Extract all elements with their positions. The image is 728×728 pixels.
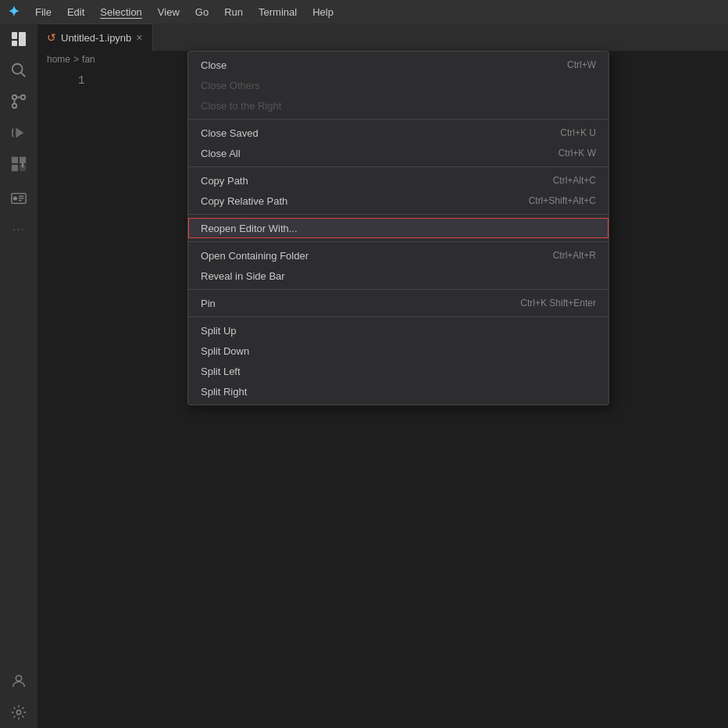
tab-loading-icon: ↺ <box>47 31 56 44</box>
menu-item-close-saved-shortcut: Ctrl+K U <box>560 127 596 138</box>
menu-item-split-up[interactable]: Split Up <box>188 320 608 341</box>
tab-close-button[interactable]: × <box>136 31 142 44</box>
menu-item-open-folder-shortcut: Ctrl+Alt+R <box>553 250 596 261</box>
svg-point-3 <box>12 64 23 74</box>
sidebar-icon-ellipsis[interactable]: ··· <box>9 220 28 239</box>
menu-terminal[interactable]: Terminal <box>252 5 303 20</box>
menu-item-close[interactable]: Close Ctrl+W <box>188 55 608 75</box>
separator-4 <box>188 241 608 242</box>
sidebar-icon-remote[interactable] <box>9 189 28 208</box>
menu-item-pin[interactable]: Pin Ctrl+K Shift+Enter <box>188 293 608 313</box>
breadcrumb-sep1: > <box>73 54 79 65</box>
svg-point-20 <box>16 710 21 715</box>
svg-marker-8 <box>16 128 23 138</box>
menu-item-close-shortcut: Ctrl+W <box>567 59 596 70</box>
menu-help[interactable]: Help <box>306 5 340 20</box>
sidebar-icon-settings[interactable] <box>9 703 28 722</box>
sidebar-icon-extensions[interactable] <box>9 155 28 173</box>
menu-file[interactable]: File <box>29 5 58 20</box>
menu-item-close-all[interactable]: Close All Ctrl+K W <box>188 143 608 163</box>
svg-point-7 <box>12 104 17 109</box>
menu-item-open-folder-label: Open Containing Folder <box>201 250 309 262</box>
menu-item-reopen-editor-label: Reopen Editor With... <box>201 223 298 234</box>
editor-tab[interactable]: ↺ Untitled-1.ipynb × <box>37 23 153 51</box>
menu-run[interactable]: Run <box>218 5 249 20</box>
sidebar-icon-search[interactable] <box>9 61 28 80</box>
sidebar-icon-account[interactable] <box>9 672 28 691</box>
menu-item-reveal-sidebar[interactable]: Reveal in Side Bar <box>188 266 608 286</box>
menu-item-close-all-label: Close All <box>201 148 241 159</box>
svg-rect-2 <box>12 41 17 46</box>
menu-item-close-others-label: Close Others <box>201 80 260 91</box>
menu-selection[interactable]: Selection <box>94 5 148 20</box>
menu-item-reopen-editor[interactable]: Reopen Editor With... <box>188 218 608 238</box>
menu-item-close-others: Close Others <box>188 75 608 95</box>
menu-item-split-up-label: Split Up <box>201 325 237 337</box>
menu-item-copy-path[interactable]: Copy Path Ctrl+Alt+C <box>188 170 608 191</box>
svg-rect-9 <box>12 157 18 163</box>
menu-item-reveal-sidebar-label: Reveal in Side Bar <box>201 270 285 282</box>
menu-bar: ✦ File Edit Selection View Go Run Termin… <box>0 0 728 23</box>
menu-item-split-left[interactable]: Split Left <box>188 361 608 381</box>
svg-point-19 <box>16 676 21 681</box>
menu-edit[interactable]: Edit <box>61 5 91 20</box>
svg-rect-0 <box>12 32 17 39</box>
separator-5 <box>188 289 608 290</box>
svg-point-15 <box>14 197 17 200</box>
separator-1 <box>188 119 608 120</box>
menu-item-open-folder[interactable]: Open Containing Folder Ctrl+Alt+R <box>188 245 608 266</box>
svg-rect-1 <box>19 32 26 46</box>
menu-view[interactable]: View <box>152 5 186 20</box>
menu-item-close-all-shortcut: Ctrl+K W <box>558 148 596 159</box>
svg-rect-11 <box>12 165 18 171</box>
svg-rect-13 <box>22 162 24 167</box>
menu-item-pin-label: Pin <box>201 298 216 309</box>
menu-item-copy-path-shortcut: Ctrl+Alt+C <box>553 175 596 186</box>
menu-item-close-label: Close <box>201 59 227 71</box>
breadcrumb-fan[interactable]: fan <box>82 54 95 65</box>
menu-item-split-right[interactable]: Split Right <box>188 381 608 401</box>
menu-item-copy-relative-path-shortcut: Ctrl+Shift+Alt+C <box>529 195 596 206</box>
tab-bar: ↺ Untitled-1.ipynb × <box>37 23 728 51</box>
svg-point-6 <box>21 95 26 100</box>
tab-title: Untitled-1.ipynb <box>61 32 131 44</box>
menu-item-pin-shortcut: Ctrl+K Shift+Enter <box>520 298 596 309</box>
menu-item-split-down[interactable]: Split Down <box>188 341 608 361</box>
menu-item-close-saved[interactable]: Close Saved Ctrl+K U <box>188 123 608 143</box>
sidebar-icon-source-control[interactable] <box>9 92 28 111</box>
sidebar-icon-run-debug[interactable] <box>9 123 28 142</box>
vscode-logo-icon: ✦ <box>8 3 20 20</box>
sidebar-bottom-actions <box>9 672 28 722</box>
menu-go[interactable]: Go <box>189 5 215 20</box>
line-number-1: 1 <box>78 74 84 87</box>
separator-3 <box>188 214 608 215</box>
menu-item-copy-path-label: Copy Path <box>201 175 248 187</box>
menu-item-split-right-label: Split Right <box>201 386 247 398</box>
context-menu: Close Ctrl+W Close Others Close to the R… <box>187 51 609 405</box>
menu-item-copy-relative-path[interactable]: Copy Relative Path Ctrl+Shift+Alt+C <box>188 191 608 211</box>
menu-item-close-right: Close to the Right <box>188 95 608 116</box>
breadcrumb-home[interactable]: home <box>47 54 70 65</box>
separator-6 <box>188 316 608 317</box>
sidebar-icon-explorer[interactable] <box>9 30 28 48</box>
menu-item-copy-relative-path-label: Copy Relative Path <box>201 195 287 207</box>
svg-line-4 <box>21 73 26 77</box>
menu-item-split-left-label: Split Left <box>201 366 241 377</box>
menu-item-split-down-label: Split Down <box>201 345 249 357</box>
menu-item-close-saved-label: Close Saved <box>201 127 259 139</box>
svg-rect-10 <box>20 157 26 163</box>
svg-point-5 <box>12 95 17 100</box>
activity-bar: ··· <box>0 23 37 728</box>
menu-item-close-right-label: Close to the Right <box>201 100 281 112</box>
separator-2 <box>188 166 608 167</box>
